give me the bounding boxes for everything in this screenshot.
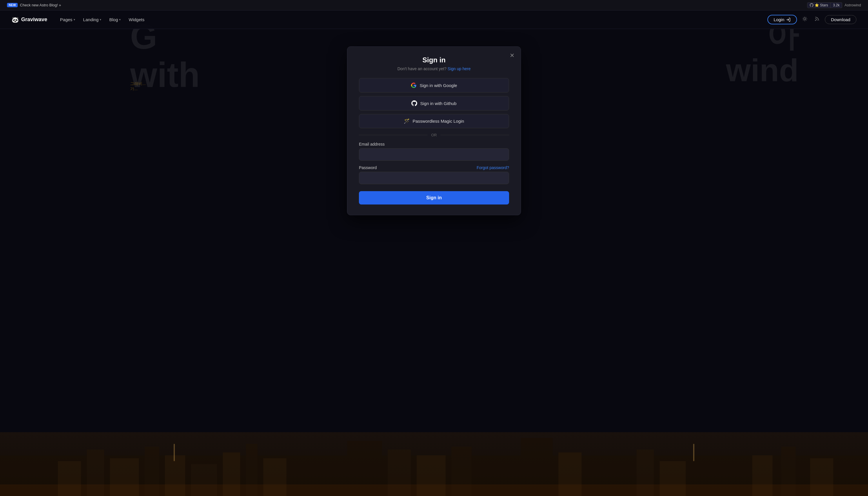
theme-toggle-button[interactable] — [801, 15, 809, 25]
github-icon — [412, 100, 417, 106]
announcement-text[interactable]: Check new Astro Blog! » — [20, 3, 61, 7]
password-input[interactable] — [359, 172, 509, 184]
github-stars-label[interactable]: ⭐ Stars — [807, 2, 831, 8]
nav-widgets[interactable]: Widgets — [125, 15, 148, 24]
svg-point-23 — [804, 18, 806, 20]
google-icon — [411, 82, 417, 88]
new-badge: NEW — [7, 3, 18, 7]
nav-links: Pages ▾ Landing ▾ Blog ▾ Widgets — [57, 15, 148, 24]
github-stars-count: 3.2k — [831, 2, 842, 8]
email-form-group: Email address — [359, 142, 509, 161]
nav-pages[interactable]: Pages ▾ — [57, 15, 79, 24]
nav-blog[interactable]: Blog ▾ — [106, 15, 124, 24]
google-signin-button[interactable]: Sign in with Google — [359, 78, 509, 93]
announcement-right: ⭐ Stars 3.2k Astrowind — [807, 2, 861, 8]
signin-modal: ✕ Sign in Don't have an account yet? Sig… — [347, 46, 521, 215]
divider-text: OR — [431, 133, 437, 137]
divider: OR — [359, 133, 509, 137]
svg-line-26 — [803, 17, 803, 17]
rss-icon — [814, 16, 820, 21]
password-label: Password — [359, 165, 376, 170]
modal-subtitle: Don't have an account yet? Sign up here — [359, 66, 509, 71]
login-icon — [786, 17, 791, 22]
nav-right: Login Download — [767, 15, 856, 25]
divider-line-left — [359, 135, 428, 135]
logo[interactable]: 🐼 Graviwave — [12, 16, 47, 23]
modal-title: Sign in — [359, 56, 509, 64]
wand-icon: 🪄 — [404, 118, 409, 124]
github-stars-widget[interactable]: ⭐ Stars 3.2k — [807, 2, 842, 8]
signup-link[interactable]: Sign up here — [448, 66, 470, 71]
sun-icon — [802, 16, 807, 21]
page-wrapper: NEW Check new Astro Blog! » ⭐ Stars 3.2k… — [0, 0, 868, 29]
landing-chevron-icon: ▾ — [100, 18, 101, 21]
navbar: 🐼 Graviwave Pages ▾ Landing ▾ Blog ▾ Wid… — [0, 11, 868, 29]
rss-button[interactable] — [813, 15, 821, 25]
pages-chevron-icon: ▾ — [74, 18, 75, 21]
download-button[interactable]: Download — [825, 15, 856, 24]
login-button[interactable]: Login — [767, 15, 797, 25]
github-signin-button[interactable]: Sign in with Github — [359, 96, 509, 110]
astrowind-label: Astrowind — [845, 3, 861, 7]
announcement-bar: NEW Check new Astro Blog! » ⭐ Stars 3.2k… — [0, 0, 868, 11]
logo-text: Graviwave — [21, 17, 47, 22]
password-label-row: Password Forgot password? — [359, 165, 509, 170]
announcement-left: NEW Check new Astro Blog! » — [7, 3, 61, 7]
modal-overlay: ✕ Sign in Don't have an account yet? Sig… — [0, 29, 868, 496]
forgot-password-link[interactable]: Forgot password? — [477, 165, 509, 170]
magic-login-button[interactable]: 🪄 Passwordless Magic Login — [359, 114, 509, 128]
email-label: Email address — [359, 142, 509, 146]
blog-chevron-icon: ▾ — [119, 18, 120, 21]
divider-line-right — [440, 135, 509, 135]
nav-landing[interactable]: Landing ▾ — [80, 15, 105, 24]
email-input[interactable] — [359, 148, 509, 161]
signin-submit-button[interactable]: Sign in — [359, 191, 509, 204]
logo-icon: 🐼 — [12, 16, 19, 23]
svg-point-32 — [815, 20, 816, 21]
github-octocat-icon — [810, 3, 814, 7]
password-form-group: Password Forgot password? — [359, 165, 509, 184]
nav-left: 🐼 Graviwave Pages ▾ Landing ▾ Blog ▾ Wid… — [12, 15, 148, 24]
modal-close-button[interactable]: ✕ — [508, 51, 516, 60]
